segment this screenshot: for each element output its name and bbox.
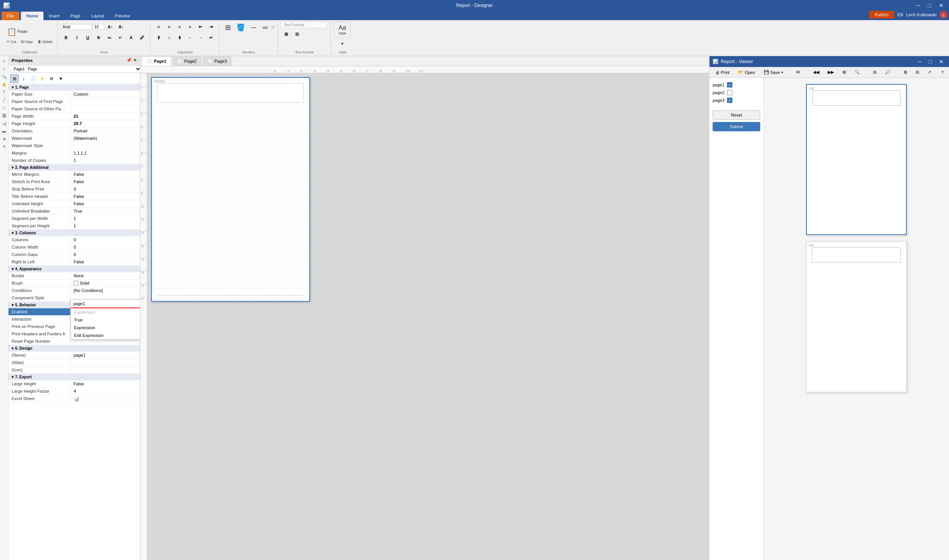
page3-checkbox[interactable]: ✓ — [727, 98, 732, 103]
prop-num-copies-value[interactable]: 1 — [71, 157, 140, 164]
sidebar-component-icon[interactable]: ⊕ — [1, 135, 8, 142]
sidebar-line-icon[interactable]: ╱ — [1, 96, 8, 103]
prop-alias-value[interactable] — [71, 359, 140, 366]
viewer-save-btn[interactable]: 💾 Save ▾ — [760, 68, 787, 76]
prop-title-before-header-value[interactable]: False — [71, 193, 140, 200]
viewer-zoom-btn[interactable]: 🔍 — [851, 68, 863, 76]
line-style-btn[interactable]: ═ — [260, 22, 270, 33]
tab-layout[interactable]: Layout — [86, 12, 110, 20]
prop-unlimited-height-value[interactable]: False — [71, 200, 140, 207]
style-expand-btn[interactable]: ▼ — [337, 39, 347, 49]
prop-column-gaps-value[interactable]: 0 — [71, 251, 140, 258]
props-grid-btn[interactable]: ⊞ — [10, 74, 19, 83]
tab-file[interactable]: File — [2, 12, 19, 20]
valign-top-btn[interactable]: ⬆ — [153, 33, 164, 43]
props-sort-btn[interactable]: ↕ — [19, 74, 28, 83]
page-tab-1[interactable]: 📄 Page1 — [142, 56, 171, 66]
tab-home[interactable]: Home — [21, 12, 44, 20]
prop-margins-value[interactable]: 1,1,1,1 — [71, 149, 140, 156]
prop-orientation-value[interactable]: Portrait — [71, 127, 140, 134]
sidebar-text-icon[interactable]: T — [1, 89, 8, 96]
border-btn[interactable]: ⊞ — [222, 22, 233, 33]
viewer-send-btn[interactable]: ✉ — [793, 68, 803, 76]
style-btn[interactable]: Aa Style — [334, 22, 350, 38]
align-left-btn[interactable]: ≡ — [153, 22, 164, 32]
rtl-btn[interactable]: ← — [185, 33, 195, 43]
valign-bot-btn[interactable]: ⬇ — [174, 33, 184, 43]
viewer-restore-btn[interactable]: □ — [927, 58, 934, 65]
borders-expand[interactable]: ⊡ — [271, 25, 274, 30]
submit-btn[interactable]: Submit — [713, 122, 760, 131]
section-columns-header[interactable]: ▾ 3. Columns — [9, 230, 140, 236]
props-pin-btn[interactable]: 📌 — [126, 58, 132, 63]
tf-btn1[interactable]: ⊞ — [281, 29, 291, 39]
prop-paper-source-other-value[interactable] — [71, 105, 140, 112]
cut-btn[interactable]: ✂ Cut — [5, 38, 18, 45]
viewer-grid2-btn[interactable]: ⊟ — [912, 68, 923, 76]
props-close-btn[interactable]: ✕ — [133, 58, 137, 63]
page2-checkbox[interactable] — [727, 90, 732, 95]
font-color-btn[interactable]: A — [126, 33, 136, 43]
subscript-btn[interactable]: x₂ — [104, 33, 114, 43]
viewer-title-controls[interactable]: ─ □ ✕ — [916, 58, 946, 65]
font-size-input[interactable] — [93, 24, 104, 30]
prop-page-width-value[interactable]: 21 — [71, 113, 140, 120]
props-bolt-btn[interactable]: ⚡ — [38, 74, 47, 83]
sidebar-cursor-icon[interactable]: ↖ — [1, 58, 8, 65]
prop-segment-width-value[interactable]: 1 — [71, 215, 140, 222]
valign-mid-btn[interactable]: ↕ — [164, 33, 174, 43]
close-btn[interactable]: ✕ — [937, 2, 946, 9]
props-gear-btn[interactable]: ⚙ — [47, 74, 56, 83]
wordwrap-btn[interactable]: ↵ — [206, 33, 216, 43]
prop-stretch-print-value[interactable]: False — [71, 178, 140, 185]
indent-dec-btn[interactable]: ⇤ — [195, 22, 205, 32]
highlight-btn[interactable]: 🖊 — [137, 33, 147, 43]
dropdown-item-edit-expression[interactable]: Edit Expression — [71, 332, 140, 339]
dropdown-input[interactable] — [71, 300, 140, 308]
font-shrink-btn[interactable]: A↓ — [116, 22, 126, 32]
tab-preview[interactable]: Preview — [110, 12, 136, 20]
italic-btn[interactable]: I — [72, 33, 82, 43]
props-page-btn[interactable]: 📄 — [29, 74, 37, 83]
bold-btn[interactable]: B — [61, 33, 71, 43]
page-tab-3[interactable]: 📄 Page3 — [202, 56, 232, 66]
section-page-additional-header[interactable]: ▾ 2. Page Additional — [9, 164, 140, 171]
prop-column-width-value[interactable]: 0 — [71, 244, 140, 251]
page-selector[interactable]: Page1 : Page — [10, 65, 140, 73]
props-gear2-btn[interactable]: ▼ — [57, 74, 65, 83]
sidebar-rect-icon[interactable]: □ — [1, 104, 8, 111]
restore-btn[interactable]: □ — [926, 2, 933, 9]
viewer-grid-btn[interactable]: ⊞ — [900, 68, 911, 76]
dropdown-item-true[interactable]: True — [71, 316, 140, 324]
viewer-search-btn[interactable]: 🔎 — [882, 68, 894, 76]
copy-btn[interactable]: ⧉ Copy — [19, 38, 35, 45]
prop-stop-before-value[interactable]: 0 — [71, 186, 140, 192]
prop-paper-size-value[interactable]: Custom — [71, 91, 140, 98]
section-design-header[interactable]: ▾ 6. Design — [9, 345, 140, 352]
section-export-header[interactable]: ▾ 7. Export — [9, 374, 140, 380]
viewer-nav-btn1[interactable]: ◀◀ — [809, 68, 823, 76]
prop-page-height-value[interactable]: 29.7 — [71, 120, 140, 127]
sidebar-select-icon[interactable]: ⊹ — [1, 65, 8, 72]
prop-conditions-value[interactable]: [No Conditions] — [71, 287, 140, 294]
tab-page[interactable]: Page — [65, 12, 86, 20]
prop-excel-sheet-value[interactable]: 📊 — [71, 395, 140, 403]
page-canvas-1[interactable]: PAGE1 — [151, 77, 310, 302]
sidebar-hand-icon[interactable]: ✋ — [1, 81, 8, 88]
reset-btn[interactable]: Reset — [713, 110, 760, 120]
prop-large-height-factor-value[interactable]: 4 — [71, 388, 140, 395]
underline-btn[interactable]: U — [83, 33, 93, 43]
publish-btn[interactable]: Publish — [869, 11, 894, 19]
viewer-help-btn[interactable]: ? — [938, 69, 947, 76]
prop-large-height-value[interactable]: False — [71, 380, 140, 387]
paste-btn[interactable]: 📋 Paste — [5, 26, 54, 38]
sidebar-cross-icon[interactable]: ✕ — [1, 143, 8, 150]
prop-name-value[interactable]: page1 — [71, 352, 140, 359]
dropdown-item-expression[interactable]: Expression — [71, 324, 140, 332]
prop-paper-source-first-value[interactable] — [71, 98, 140, 105]
indent-inc-btn[interactable]: ⇥ — [206, 22, 216, 32]
sidebar-zoom-icon[interactable]: 🔍 — [1, 73, 8, 80]
prop-border-value[interactable]: None — [71, 272, 140, 279]
sidebar-barcode-icon[interactable]: ▬ — [1, 127, 8, 134]
prop-unlimited-breakable-value[interactable]: True — [71, 208, 140, 215]
